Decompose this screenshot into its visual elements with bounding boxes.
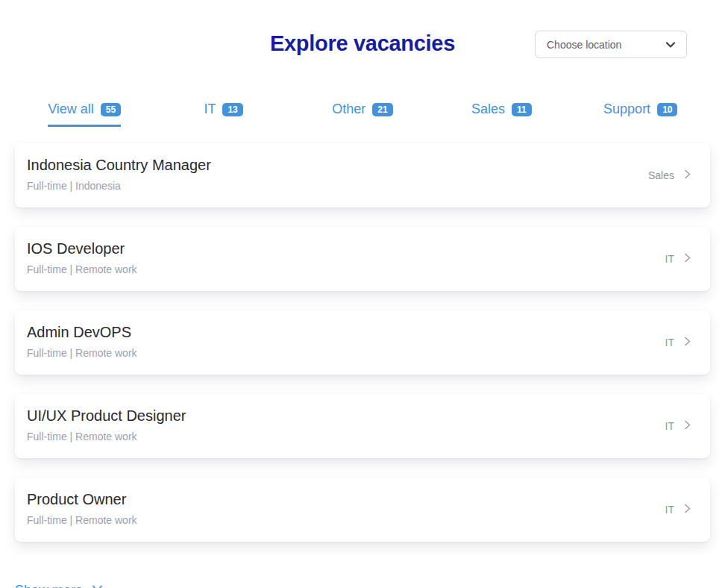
location-dropdown-value: Choose location (547, 39, 621, 51)
vacancy-info: UI/UX Product Designer Full-time | Remot… (27, 407, 186, 445)
chevron-down-icon (91, 582, 104, 588)
header: Explore vacancies Choose location (15, 0, 710, 75)
tab-label: Other (332, 101, 365, 117)
chevron-right-icon (682, 503, 692, 516)
vacancy-meta: Full-time | Indonesia (27, 180, 211, 192)
tab-other[interactable]: Other 21 (332, 101, 392, 127)
tab-count-badge: 10 (657, 103, 677, 116)
tab-count-badge: 55 (101, 103, 121, 116)
vacancy-category: Sales (648, 169, 674, 181)
tab-sales[interactable]: Sales 11 (471, 101, 532, 127)
vacancy-info: Product Owner Full-time | Remote work (27, 491, 137, 529)
vacancy-meta: Full-time | Remote work (27, 347, 137, 359)
chevron-down-icon (665, 39, 677, 51)
tab-view-all[interactable]: View all 55 (48, 101, 121, 127)
location-dropdown[interactable]: Choose location (535, 31, 687, 58)
vacancy-category: IT (665, 253, 674, 265)
tab-label: Support (603, 101, 650, 117)
vacancy-title: Indonesia Country Manager (27, 157, 211, 174)
vacancy-card[interactable]: Indonesia Country Manager Full-time | In… (15, 143, 710, 207)
vacancy-side: IT (665, 419, 692, 433)
vacancy-card[interactable]: Product Owner Full-time | Remote work IT (15, 478, 710, 542)
vacancy-side: Sales (648, 169, 692, 182)
vacancy-info: Admin DevOPS Full-time | Remote work (27, 324, 137, 362)
tab-support[interactable]: Support 10 (603, 101, 677, 127)
vacancy-title: Product Owner (27, 491, 137, 508)
chevron-right-icon (682, 169, 692, 182)
chevron-right-icon (682, 336, 692, 349)
tab-label: IT (204, 101, 216, 117)
tab-count-badge: 21 (372, 103, 392, 116)
vacancy-meta: Full-time | Remote work (27, 514, 137, 526)
chevron-right-icon (682, 252, 692, 266)
tab-count-badge: 11 (512, 103, 532, 116)
tab-it[interactable]: IT 13 (204, 101, 242, 127)
vacancy-card[interactable]: IOS Developer Full-time | Remote work IT (15, 227, 710, 291)
vacancy-card[interactable]: UI/UX Product Designer Full-time | Remot… (15, 394, 710, 458)
tab-label: Sales (471, 101, 505, 117)
tab-count-badge: 13 (222, 103, 242, 116)
vacancy-title: UI/UX Product Designer (27, 407, 186, 425)
vacancy-side: IT (665, 503, 692, 516)
vacancy-title: IOS Developer (27, 240, 137, 257)
vacancy-meta: Full-time | Remote work (27, 431, 186, 442)
show-more-label: Show more (15, 583, 83, 588)
vacancy-side: IT (665, 252, 692, 266)
vacancies-page: Explore vacancies Choose location View a… (0, 0, 725, 588)
vacancy-category: IT (665, 420, 674, 432)
vacancy-title: Admin DevOPS (27, 324, 137, 341)
vacancy-list: Indonesia Country Manager Full-time | In… (15, 143, 710, 542)
tab-label: View all (48, 101, 94, 117)
show-more-button[interactable]: Show more (15, 582, 104, 588)
vacancy-side: IT (665, 336, 692, 349)
vacancy-category: IT (665, 504, 674, 516)
vacancy-info: Indonesia Country Manager Full-time | In… (27, 157, 211, 195)
chevron-right-icon (682, 419, 692, 433)
vacancy-info: IOS Developer Full-time | Remote work (27, 240, 137, 278)
vacancy-card[interactable]: Admin DevOPS Full-time | Remote work IT (15, 310, 710, 375)
vacancy-meta: Full-time | Remote work (27, 263, 137, 275)
category-tabs: View all 55 IT 13 Other 21 Sales 11 Supp… (15, 101, 710, 127)
vacancy-category: IT (665, 337, 674, 348)
